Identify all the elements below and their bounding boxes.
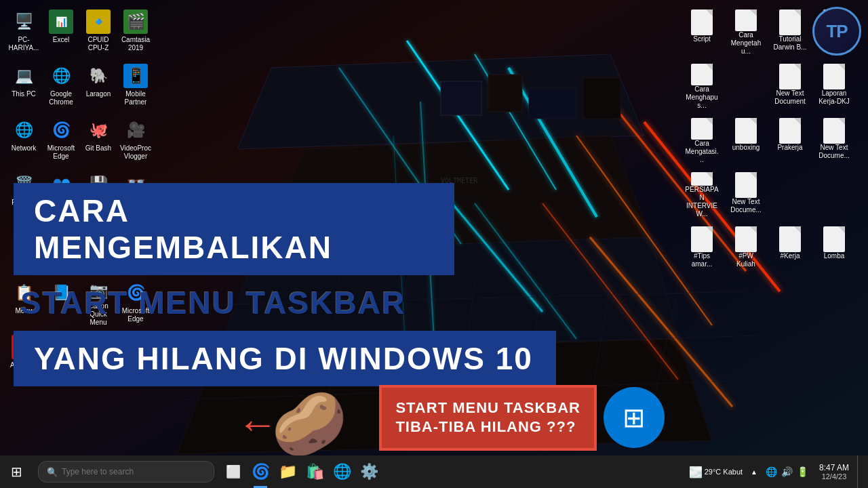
desktop-icons-right: Script Cara Mengetahu... Tutorial Darwin… [678, 0, 868, 447]
svg-rect-28 [488, 75, 522, 112]
desktop-icon-network[interactable]: 🌐 Network [5, 114, 42, 168]
desktop-icon-pc[interactable]: 🖥️ PC-HARIYA... [5, 5, 42, 60]
channel-logo[interactable]: TP [812, 7, 861, 56]
overlay-banners: CARA MENGEMBALIKAN START MENU TASKBAR YA… [14, 183, 556, 386]
edge-icon: 🌀 [252, 463, 270, 481]
banner-line2: START MENU TASKBAR [14, 279, 556, 327]
desktop-icon-new-text-doc[interactable]: New Text Document [772, 60, 808, 114]
chevron-up-icon: ▲ [751, 468, 757, 476]
potato-mascot-area: ← 🥔 [237, 393, 347, 454]
network-tray-icon[interactable]: 🌐 [766, 466, 777, 477]
desktop-icon-tips-amar[interactable]: #Tips amar... [684, 222, 720, 277]
desktop-icon-cpuid[interactable]: 🔷 CPUID CPU-Z [80, 5, 117, 60]
store-icon: 🛍️ [306, 463, 324, 481]
taskbar-settings[interactable]: ⚙️ [355, 455, 382, 488]
svg-rect-29 [529, 88, 576, 119]
desktop-icon-cara-mengatasi[interactable]: Cara Mengatasi... [684, 114, 720, 168]
desktop-icon-laporan-dkj[interactable]: Laporan Kerja-DKJ [816, 60, 852, 114]
bottom-right-card: START MENU TASKBAR TIBA-TIBA HILANG ??? … [379, 385, 665, 451]
desktop-icon-script[interactable]: Script [684, 5, 720, 60]
desktop-icon-git[interactable]: 🐙 Git Bash [80, 114, 117, 168]
banner-line1: CARA MENGEMBALIKAN [14, 183, 454, 275]
start-menu-missing-card: START MENU TASKBAR TIBA-TIBA HILANG ??? [379, 385, 597, 451]
desktop-icon-camtasia[interactable]: 🎬 Camtasia 2019 [117, 5, 154, 60]
search-input[interactable] [62, 467, 205, 476]
weather-temp: 29°C Kabut [705, 468, 743, 476]
desktop-icon-edge[interactable]: 🌀 Microsoft Edge [43, 114, 79, 168]
taskbar-file-explorer[interactable]: 📁 [274, 455, 301, 488]
banner-line3: YANG HILANG DI WINDOWS 10 [14, 331, 556, 386]
volume-icon[interactable]: 🔊 [781, 466, 793, 477]
desktop-icon-cara-menghapus[interactable]: Cara Menghapus... [684, 60, 720, 114]
desktop-icon-laragon[interactable]: 🐘 Laragon [80, 60, 117, 114]
taskbar-chrome[interactable]: 🌐 [328, 455, 355, 488]
desktop-icon-unboxing[interactable]: unboxing [728, 114, 764, 168]
desktop-icon-new-text-doc3[interactable]: New Text Docume... [728, 168, 764, 222]
desktop-icon-this-pc[interactable]: 💻 This PC [5, 60, 42, 114]
taskbar-edge[interactable]: 🌀 [247, 455, 274, 488]
windows-logo: ⊞ [604, 387, 665, 448]
desktop-icon-excel[interactable]: 📊 Excel [43, 5, 79, 60]
settings-icon: ⚙️ [360, 463, 378, 481]
search-box[interactable]: 🔍 [38, 461, 214, 483]
desktop-icon-tutorial-darwin[interactable]: Tutorial Darwin B... [772, 5, 808, 60]
desktop-icon-mobile[interactable]: 📱 Mobile Partner [117, 60, 154, 114]
folder-icon: 📁 [279, 463, 297, 481]
system-tray: 🌫️ 29°C Kabut ▲ 🌐 🔊 🔋 8:47 AM 12/4/23 [681, 455, 868, 488]
task-view-icon: ⬜ [226, 464, 241, 479]
svg-rect-27 [441, 81, 481, 115]
desktop-icon-chrome[interactable]: 🌐 Google Chrome [43, 60, 79, 114]
task-view-button[interactable]: ⬜ [220, 455, 247, 488]
show-hidden-icons[interactable]: ▲ [748, 455, 760, 488]
taskbar-store[interactable]: 🛍️ [301, 455, 328, 488]
chrome-taskbar-icon: 🌐 [333, 463, 351, 481]
search-icon: 🔍 [47, 467, 58, 477]
desktop-icon-kerja[interactable]: #Kerja [772, 222, 808, 277]
desktop-icon-pw-kuliah[interactable]: #PW Kuliah [728, 222, 764, 277]
desktop-icon-prakerja[interactable]: Prakerja [772, 114, 808, 168]
tray-icons-group: 🌐 🔊 🔋 [763, 455, 811, 488]
desktop-icon-videoproc[interactable]: 🎥 VideoProc Vlogger [117, 114, 154, 168]
potato-emoji: 🥔 [271, 393, 347, 454]
show-desktop-button[interactable] [857, 455, 863, 488]
weather-icon: 🌫️ [689, 466, 703, 479]
desktop-icon-persiapan[interactable]: PERSIAPAN INTERVIEW... [684, 168, 720, 222]
desktop-icon-lomba[interactable]: Lomba [816, 222, 852, 277]
desktop-icon-cara-mengetahu[interactable]: Cara Mengetahu... [728, 5, 764, 60]
start-button[interactable]: ⊞ [0, 455, 33, 488]
svg-rect-30 [583, 78, 620, 119]
desktop-icon-new-text-doc2[interactable]: New Text Docume... [816, 114, 852, 168]
weather-tray[interactable]: 🌫️ 29°C Kabut [686, 455, 745, 488]
system-clock[interactable]: 8:47 AM 12/4/23 [814, 455, 854, 488]
battery-icon[interactable]: 🔋 [797, 466, 808, 477]
taskbar: ⊞ 🔍 ⬜ 🌀 📁 🛍️ 🌐 ⚙️ 🌫️ 29°C Kabut ▲ [0, 455, 868, 488]
